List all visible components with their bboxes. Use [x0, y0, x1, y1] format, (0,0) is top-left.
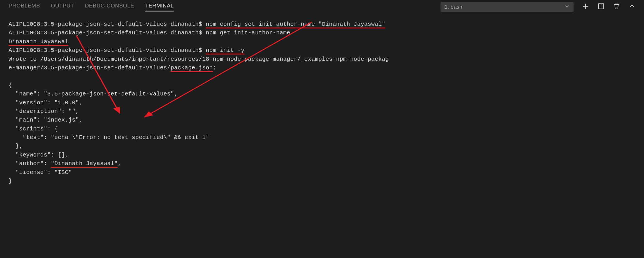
cmd-npm-get: npm get init-author-name: [206, 30, 290, 36]
wrote-path-line1: Wrote to /Users/dinanath/Documents/impor…: [9, 56, 389, 62]
json-test: "test": "echo \"Error: no test specified…: [9, 134, 209, 141]
prompt: ALIPL1008:3.5-package-json-set-default-v…: [9, 21, 206, 28]
terminal-selector-dropdown[interactable]: 1: bash: [440, 2, 574, 12]
json-version: "version": "1.0.0",: [9, 99, 82, 106]
maximize-panel-button[interactable]: [629, 3, 635, 11]
cmd-npm-config-set: npm config set init-author-name "Dinanat…: [206, 21, 385, 28]
trash-icon: [613, 3, 620, 11]
json-scripts-open: "scripts": {: [9, 126, 58, 132]
panel-tabs: PROBLEMS OUTPUT DEBUG CONSOLE TERMINAL: [9, 3, 440, 11]
tab-terminal[interactable]: TERMINAL: [145, 3, 174, 11]
new-terminal-button[interactable]: [582, 3, 589, 11]
json-scripts-close: },: [9, 143, 23, 149]
tab-problems[interactable]: PROBLEMS: [9, 3, 40, 11]
panel-header: PROBLEMS OUTPUT DEBUG CONSOLE TERMINAL 1…: [0, 0, 644, 14]
kill-terminal-button[interactable]: [613, 3, 620, 11]
package-json-filename: package.json: [171, 64, 213, 72]
chevron-down-icon: [564, 4, 570, 10]
json-close: }: [9, 178, 12, 184]
json-main: "main": "index.js",: [9, 117, 82, 123]
json-author-value: "Dinanath Jayaswal": [51, 160, 118, 168]
cmd-npm-init: npm init -y: [206, 47, 244, 54]
wrote-path-line2-pre: e-manager/3.5-package-json-set-default-v…: [9, 64, 171, 71]
json-license: "license": "ISC": [9, 169, 72, 176]
output-author-name: Dinanath Jayaswal: [9, 38, 68, 46]
tab-debug-console[interactable]: DEBUG CONSOLE: [85, 3, 134, 11]
terminal-selector-value: 1: bash: [445, 4, 462, 10]
json-open: {: [9, 82, 12, 89]
json-author-comma: ,: [118, 160, 121, 167]
tab-output[interactable]: OUTPUT: [51, 3, 74, 11]
split-icon: [598, 3, 605, 11]
json-name: "name": "3.5-package-json-set-default-va…: [9, 91, 178, 97]
json-author-key: "author":: [9, 160, 51, 167]
terminal-output[interactable]: ALIPL1008:3.5-package-json-set-default-v…: [0, 14, 644, 192]
json-keywords: "keywords": [],: [9, 152, 68, 158]
panel-header-right: 1: bash: [440, 2, 635, 12]
prompt: ALIPL1008:3.5-package-json-set-default-v…: [9, 47, 206, 54]
split-terminal-button[interactable]: [598, 3, 605, 11]
chevron-up-icon: [629, 3, 635, 11]
plus-icon: [582, 3, 589, 11]
prompt: ALIPL1008:3.5-package-json-set-default-v…: [9, 30, 206, 36]
json-description: "description": "",: [9, 108, 79, 115]
wrote-path-line2-post: :: [213, 64, 216, 71]
